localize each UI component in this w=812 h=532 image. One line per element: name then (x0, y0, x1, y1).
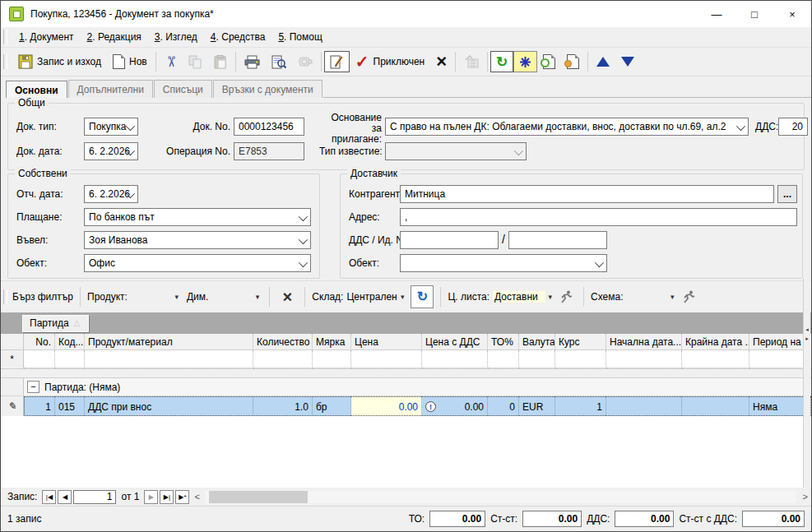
vat-no-input[interactable] (400, 231, 499, 249)
maximize-button[interactable]: □ (735, 1, 773, 27)
col-start-date[interactable]: Начална дата... (606, 334, 682, 350)
collapse-group-button[interactable]: − (27, 381, 39, 393)
empty-cell[interactable] (519, 350, 555, 368)
edit-mode-toggle[interactable] (324, 51, 350, 72)
scroll-left-button[interactable]: < (191, 492, 202, 502)
side-splitter[interactable]: ◂ ▸ (803, 279, 810, 488)
col-end-date[interactable]: Крайна дата ... (682, 334, 749, 350)
col-price[interactable]: Цена (351, 334, 422, 350)
toolbar-grip[interactable] (3, 54, 7, 69)
col-no[interactable]: No. (24, 334, 55, 350)
scrollbar-thumb[interactable] (209, 491, 308, 503)
product-filter-select[interactable]: ▾ (128, 287, 182, 307)
cell-product[interactable]: ДДС при внос (85, 396, 253, 416)
scheme-select[interactable]: ▾ (624, 287, 678, 307)
cell-discount[interactable]: 0 (488, 396, 519, 416)
tab-document-links[interactable]: Връзки с документи (213, 80, 322, 98)
close-button[interactable]: × (773, 1, 811, 27)
scroll-right-button[interactable]: > (800, 492, 811, 502)
supplier-site-select[interactable] (400, 254, 607, 272)
col-quantity[interactable]: Количество (253, 334, 313, 350)
empty-cell[interactable] (85, 350, 253, 368)
doc-no-input[interactable]: 0000123456 (234, 118, 304, 136)
col-discount[interactable]: ТО% (488, 334, 519, 350)
next-record-button[interactable]: ▶ (144, 490, 158, 504)
apply-pricelist-button[interactable] (555, 286, 577, 308)
payment-select[interactable]: По банков път (84, 208, 311, 226)
col-unit[interactable]: Мярка (313, 334, 351, 350)
filter-grip[interactable] (3, 289, 7, 304)
notice-type-select[interactable] (385, 142, 527, 160)
pager-right-icon[interactable]: ▸ (805, 335, 809, 342)
attach-button[interactable] (292, 51, 318, 72)
own-site-select[interactable]: Офис (84, 254, 311, 272)
reload-prices-button[interactable]: ↻ (411, 285, 434, 308)
warehouse-select[interactable]: Централен▾ (343, 287, 407, 307)
basis-select[interactable]: С право на пълен ДК: Облагаеми доставки,… (385, 118, 749, 136)
save-exit-button[interactable]: Запис и изход (12, 51, 107, 72)
last-record-button[interactable]: ▶| (160, 490, 174, 504)
copy-document-alt-button[interactable] (561, 51, 585, 72)
empty-cell[interactable] (351, 350, 422, 368)
vat-rate-input[interactable]: 20 (778, 118, 808, 136)
id-no-input[interactable] (508, 231, 607, 249)
prev-record-button[interactable]: ◀ (58, 490, 72, 504)
horizontal-scrollbar[interactable] (205, 491, 796, 503)
copy-document-button[interactable] (537, 51, 561, 72)
rep-date-picker[interactable]: 6. 2.2026 (84, 185, 138, 203)
entered-by-select[interactable]: Зоя Иванова (84, 231, 311, 249)
cell-rate[interactable]: 1 (555, 396, 606, 416)
empty-cell[interactable] (682, 350, 749, 368)
cut-button[interactable]: ✂ (159, 51, 183, 72)
col-expense-period[interactable]: Период на разход (749, 334, 804, 350)
cell-price[interactable]: 0.00 (351, 396, 422, 416)
move-down-button[interactable] (615, 51, 640, 72)
new-button[interactable]: Нов (107, 51, 153, 72)
cell-quantity[interactable]: 1.0 (253, 396, 313, 416)
contractor-browse-button[interactable]: ... (777, 185, 797, 203)
apply-scheme-button[interactable] (678, 286, 699, 308)
doc-type-select[interactable]: Покупка (84, 118, 138, 136)
address-input[interactable]: , (400, 208, 797, 226)
preview-button[interactable] (266, 51, 292, 72)
clear-filter-button[interactable]: × (276, 286, 298, 308)
copy-button[interactable] (183, 51, 208, 72)
move-up-button[interactable] (591, 51, 615, 72)
empty-cell[interactable] (253, 350, 313, 368)
minimize-button[interactable]: — (698, 1, 735, 27)
menu-edit[interactable]: 2. Редакция (81, 28, 148, 46)
record-number-input[interactable]: 1 (73, 490, 116, 504)
col-currency[interactable]: Валута (519, 334, 555, 350)
empty-cell[interactable] (488, 350, 519, 368)
cash-register-button[interactable] (458, 51, 485, 72)
col-product[interactable]: Продукт/материал (85, 334, 253, 350)
paste-button[interactable] (208, 51, 233, 72)
cell-end-date[interactable] (682, 396, 749, 416)
menu-grip[interactable] (3, 30, 7, 44)
cell-start-date[interactable] (606, 396, 682, 416)
refresh-button[interactable]: ↻ (490, 51, 513, 72)
menu-view[interactable]: 3. Изглед (148, 28, 204, 46)
menu-tools[interactable]: 4. Средства (204, 28, 272, 46)
empty-cell[interactable] (313, 350, 351, 368)
menu-document[interactable]: 1. Документ (12, 28, 81, 46)
new-record-button[interactable]: ▶* (175, 490, 189, 504)
group-by-field[interactable]: Партида △ (22, 315, 89, 332)
empty-cell[interactable] (555, 350, 606, 368)
col-code[interactable]: Код... (55, 334, 85, 350)
empty-cell[interactable] (422, 350, 488, 368)
tab-additional[interactable]: Допълнителни (68, 80, 153, 98)
completed-button[interactable]: ✓ Приключен (350, 51, 430, 72)
cell-price-vat[interactable]: !0.00 (422, 396, 488, 416)
grid-data-row[interactable]: ✎ 1 015 ДДС при внос 1.0 бр 0.00 !0.00 0… (1, 396, 811, 416)
empty-cell[interactable] (749, 350, 804, 368)
pricelist-select[interactable]: Доставни▾ (490, 287, 555, 307)
cell-unit[interactable]: бр (313, 396, 351, 416)
dim-filter-select[interactable]: ▾ (208, 287, 262, 307)
tab-lists[interactable]: Списъци (154, 80, 212, 98)
doc-date-picker[interactable]: 6. 2.2026 (84, 142, 138, 160)
cell-expense-period[interactable]: Няма (749, 396, 804, 416)
empty-cell[interactable] (55, 350, 85, 368)
col-price-vat[interactable]: Цена с ДДС (422, 334, 488, 350)
auto-calc-toggle[interactable] (513, 51, 537, 72)
